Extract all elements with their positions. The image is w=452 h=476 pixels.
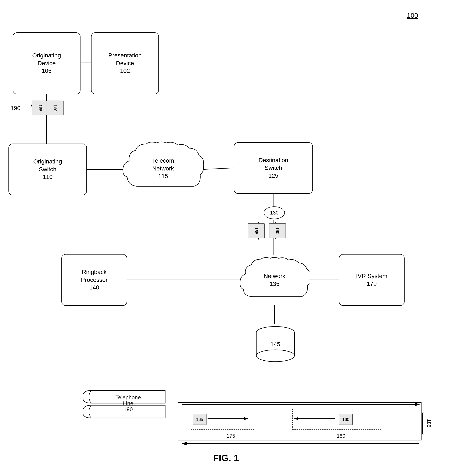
ringback-processor-label: RingbackProcessor140: [81, 268, 108, 291]
database-node: 145: [254, 324, 297, 362]
destination-switch-label: DestinationSwitch125: [259, 157, 288, 179]
telecom-network-label: TelecomNetwork115: [152, 157, 174, 180]
ringback-processor-node: RingbackProcessor140: [61, 254, 127, 306]
svg-text:Telephone: Telephone: [115, 394, 141, 401]
interface-130: 130: [264, 206, 285, 219]
box-165-mid: 165: [248, 223, 265, 238]
box-160-top: 160: [47, 101, 64, 115]
svg-text:Line: Line: [123, 400, 133, 407]
originating-device-label: OriginatingDevice105: [32, 52, 61, 75]
diagram-container: 100 OriginatingDevice105 PresentationDev…: [0, 0, 452, 476]
originating-switch-node: OriginatingSwitch110: [8, 144, 87, 195]
box-160-mid: 160: [269, 223, 286, 238]
network-node: Network135: [239, 255, 309, 305]
presentation-device-node: PresentationDevice102: [91, 32, 159, 94]
originating-device-node: OriginatingDevice105: [13, 32, 80, 94]
box-165-top: 165: [32, 101, 49, 115]
svg-text:145: 145: [271, 341, 280, 347]
svg-line-6: [203, 168, 234, 169]
presentation-device-label: PresentationDevice102: [108, 52, 141, 75]
ref-190-label: 190: [11, 105, 20, 112]
diagram-ref-100: 100: [407, 12, 418, 20]
tel-line-arrows: [178, 401, 424, 448]
svg-point-29: [256, 350, 294, 362]
network-label: Network135: [264, 272, 286, 288]
ref-185: 185: [426, 419, 432, 428]
ivr-system-node: IVR System170: [339, 254, 405, 306]
figure-label: FIG. 1: [213, 453, 239, 463]
destination-switch-node: DestinationSwitch125: [234, 142, 313, 194]
svg-text:190: 190: [124, 406, 133, 412]
ivr-system-label: IVR System170: [356, 272, 387, 288]
originating-switch-label: OriginatingSwitch110: [33, 158, 62, 181]
telecom-network-node: TelecomNetwork115: [122, 140, 204, 197]
telephone-line-node: Telephone Line 190: [83, 388, 174, 433]
